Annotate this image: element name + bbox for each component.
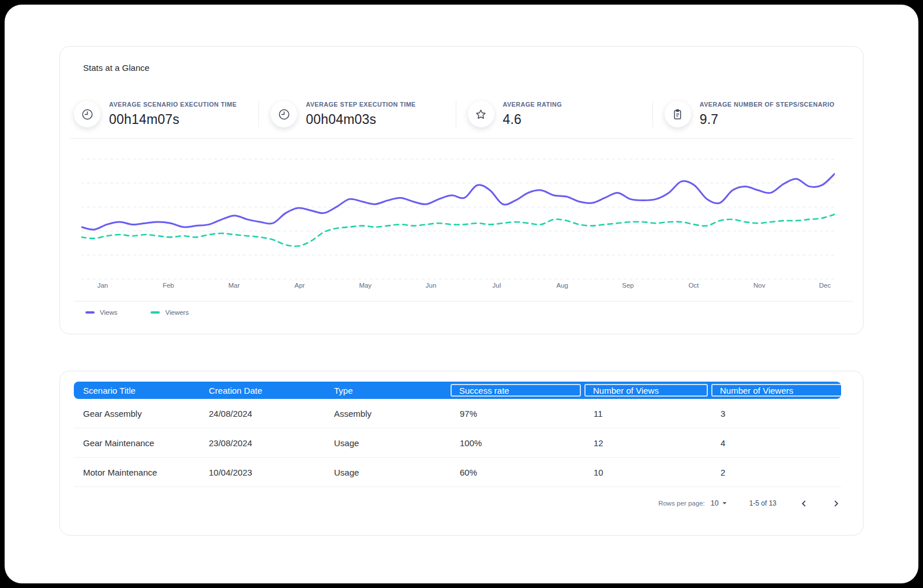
views-line bbox=[81, 174, 835, 229]
chart-month-label: Oct bbox=[688, 282, 699, 289]
cell-success-rate: 60% bbox=[451, 468, 584, 477]
stat-text: AVERAGE SCENARIO EXECUTION TIME 00h14m07… bbox=[109, 101, 237, 127]
app-window: Stats at a Glance AVERAGE SCENARIO EXECU… bbox=[5, 5, 918, 583]
column-highlight-box: Success rate bbox=[451, 384, 581, 397]
stats-card-title: Stats at a Glance bbox=[83, 63, 849, 73]
cell-scenario-title: Gear Maintenance bbox=[74, 438, 200, 448]
pagination-range-label: 1-5 of 13 bbox=[749, 499, 776, 507]
chevron-right-icon bbox=[832, 499, 841, 508]
chart-month-label: Dec bbox=[819, 282, 831, 289]
chart-legend: Views Viewers bbox=[85, 309, 849, 316]
cell-number-of-viewers: 4 bbox=[711, 438, 841, 448]
cell-number-of-viewers: 2 bbox=[711, 468, 841, 477]
table-row[interactable]: Gear Maintenance 23/08/2024 Usage 100% 1… bbox=[74, 428, 841, 458]
cell-scenario-title: Gear Assembly bbox=[74, 409, 200, 419]
table-pagination: Rows per page: 10 1-5 of 13 bbox=[74, 495, 841, 512]
stats-row: AVERAGE SCENARIO EXECUTION TIME 00h14m07… bbox=[74, 92, 849, 136]
column-highlight-box: Number of Views bbox=[584, 384, 708, 397]
chart-month-label: May bbox=[359, 282, 372, 289]
chart-legend-divider bbox=[74, 301, 853, 301]
clock-icon bbox=[271, 101, 297, 127]
cell-number-of-views: 10 bbox=[584, 468, 711, 477]
table-header-row: Scenario Title Creation Date Type Succes… bbox=[74, 382, 841, 399]
table-row[interactable]: Gear Assembly 24/08/2024 Assembly 97% 11… bbox=[74, 399, 841, 428]
chart-month-label: Jan bbox=[97, 282, 108, 289]
stat-value: 4.6 bbox=[503, 112, 562, 127]
legend-label: Views bbox=[100, 309, 117, 316]
rows-per-page-label: Rows per page: bbox=[658, 500, 705, 507]
chart-month-label: Aug bbox=[556, 282, 568, 289]
chart-month-label: Apr bbox=[295, 282, 305, 289]
column-highlight-box: Number of Viewers bbox=[711, 384, 844, 397]
stat-text: AVERAGE NUMBER OF STEPS/SCENARIO 9.7 bbox=[700, 101, 835, 127]
legend-item-viewers[interactable]: Viewers bbox=[151, 309, 189, 316]
column-header-type[interactable]: Type bbox=[325, 386, 451, 395]
legend-item-views[interactable]: Views bbox=[85, 309, 117, 316]
rows-per-page-value: 10 bbox=[711, 499, 719, 507]
stat-label: AVERAGE STEP EXECUTION TIME bbox=[306, 101, 416, 108]
cell-number-of-views: 11 bbox=[584, 409, 711, 419]
cell-number-of-views: 12 bbox=[584, 438, 711, 448]
stat-label: AVERAGE NUMBER OF STEPS/SCENARIO bbox=[700, 101, 835, 108]
scenario-table-card: Scenario Title Creation Date Type Succes… bbox=[59, 371, 864, 536]
cell-type: Usage bbox=[325, 438, 451, 448]
chart-month-label: Nov bbox=[753, 282, 766, 289]
chart-canvas: JanFebMarAprMayJunJulAugSepOctNovDec bbox=[81, 147, 835, 292]
chevron-left-icon bbox=[800, 499, 808, 508]
column-header-label: Success rate bbox=[459, 386, 509, 395]
column-header-number-of-viewers[interactable]: Number of Viewers bbox=[711, 382, 841, 399]
stat-average-steps-per-scenario: AVERAGE NUMBER OF STEPS/SCENARIO 9.7 bbox=[652, 101, 849, 127]
chart-month-label: Jun bbox=[426, 282, 437, 289]
column-header-scenario-title[interactable]: Scenario Title bbox=[74, 386, 200, 395]
legend-label: Viewers bbox=[165, 309, 189, 316]
stat-value: 00h04m03s bbox=[306, 112, 416, 127]
cell-creation-date: 10/04/2023 bbox=[200, 468, 325, 477]
cell-creation-date: 23/08/2024 bbox=[200, 438, 325, 448]
column-header-number-of-views[interactable]: Number of Views bbox=[584, 382, 711, 399]
cell-success-rate: 97% bbox=[451, 409, 584, 419]
stat-value: 9.7 bbox=[700, 112, 835, 127]
stats-chart-divider bbox=[70, 138, 853, 139]
stat-average-step-execution-time: AVERAGE STEP EXECUTION TIME 00h04m03s bbox=[258, 101, 455, 127]
stats-card: Stats at a Glance AVERAGE SCENARIO EXECU… bbox=[59, 46, 864, 334]
stat-average-scenario-execution-time: AVERAGE SCENARIO EXECUTION TIME 00h14m07… bbox=[74, 101, 258, 127]
column-header-label: Number of Viewers bbox=[720, 386, 793, 395]
line-chart: JanFebMarAprMayJunJulAugSepOctNovDec bbox=[81, 147, 849, 292]
column-header-creation-date[interactable]: Creation Date bbox=[200, 386, 325, 395]
cell-scenario-title: Motor Maintenance bbox=[74, 468, 200, 477]
stat-value: 00h14m07s bbox=[109, 112, 237, 127]
cell-type: Usage bbox=[325, 468, 451, 477]
stat-text: AVERAGE STEP EXECUTION TIME 00h04m03s bbox=[306, 101, 416, 127]
chart-month-label: Sep bbox=[622, 282, 633, 289]
column-header-label: Number of Views bbox=[593, 386, 659, 395]
stat-label: AVERAGE SCENARIO EXECUTION TIME bbox=[109, 101, 237, 108]
caret-down-icon bbox=[722, 500, 727, 506]
next-page-button[interactable] bbox=[831, 498, 841, 508]
clock-icon bbox=[74, 101, 100, 127]
table-row[interactable]: Motor Maintenance 10/04/2023 Usage 60% 1… bbox=[74, 458, 841, 487]
column-header-success-rate[interactable]: Success rate bbox=[451, 382, 584, 399]
cell-number-of-viewers: 3 bbox=[711, 409, 841, 419]
cell-success-rate: 100% bbox=[451, 438, 584, 448]
cell-type: Assembly bbox=[325, 409, 451, 419]
viewers-line bbox=[81, 214, 835, 246]
chart-month-label: Mar bbox=[228, 282, 240, 289]
rows-per-page-select[interactable]: 10 bbox=[711, 499, 727, 507]
clipboard-icon bbox=[665, 101, 691, 127]
cell-creation-date: 24/08/2024 bbox=[200, 409, 325, 419]
viewers-series-swatch bbox=[151, 311, 160, 314]
previous-page-button[interactable] bbox=[798, 498, 809, 508]
chart-month-label: Feb bbox=[163, 282, 174, 289]
star-icon bbox=[468, 101, 494, 127]
views-series-swatch bbox=[85, 311, 95, 314]
stat-average-rating: AVERAGE RATING 4.6 bbox=[456, 101, 652, 127]
stat-text: AVERAGE RATING 4.6 bbox=[503, 101, 562, 127]
stat-label: AVERAGE RATING bbox=[503, 101, 562, 108]
chart-month-label: Jul bbox=[493, 282, 501, 289]
